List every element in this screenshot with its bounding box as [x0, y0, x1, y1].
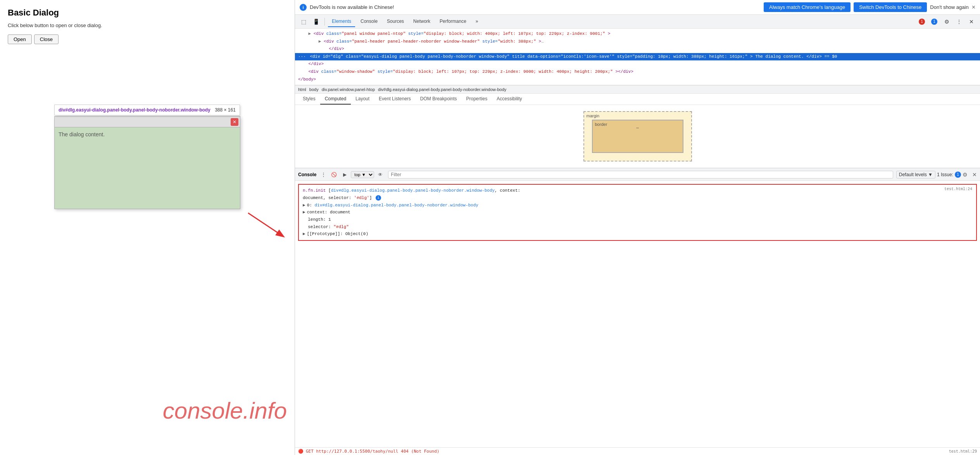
tab-dom-breakpoints[interactable]: DOM Breakpoints — [416, 94, 462, 105]
tab-elements[interactable]: Elements — [328, 16, 355, 27]
dialog-content-text: The dialog content. — [59, 131, 105, 137]
box-model-diagram: margin – border – — [583, 111, 692, 161]
console-code-block: n.fn.init [div#dlg.easyui-dialog.panel-b… — [303, 187, 972, 238]
tooltip-title: div#dlg.easyui-dialog.panel-body.panel-b… — [59, 107, 210, 113]
html-line-1: ▶ <div class="panel window panel-ntop" s… — [295, 30, 980, 38]
breadcrumb-div-panel[interactable]: div.panel.window.panel-htop — [322, 87, 375, 92]
error-count: 1 — [919, 19, 925, 25]
console-line-4: ▶context: document — [303, 209, 972, 216]
console-filter-input[interactable] — [388, 171, 893, 179]
clear-console-icon[interactable]: 🚫 — [329, 170, 338, 179]
tooltip-size: 388 × 161 — [215, 107, 236, 113]
notification-text: DevTools is now available in Chinese! — [310, 4, 761, 10]
red-arrow-annotation — [244, 209, 291, 240]
tab-styles[interactable]: Styles — [298, 94, 320, 105]
tab-network[interactable]: Network — [409, 16, 434, 27]
eye-icon[interactable]: 👁 — [376, 170, 385, 179]
dialog-header: ✕ — [55, 117, 240, 127]
console-line-5: length: 1 — [303, 216, 972, 223]
html-line-7: </body> — [295, 76, 980, 84]
message-badge[interactable]: 1 — [929, 18, 940, 26]
tab-accessibility[interactable]: Accessibility — [492, 94, 526, 105]
border-label: border — [595, 122, 607, 127]
console-line-6: selector: "#dlg" — [303, 223, 972, 231]
box-model-area: margin – border – — [295, 105, 980, 168]
breadcrumb-body[interactable]: body — [309, 87, 319, 92]
left-panel: Basic Dialog Click below button to open … — [0, 0, 295, 455]
dialog-tooltip: div#dlg.easyui-dialog.panel-body.panel-b… — [54, 105, 240, 115]
console-log-entry: test.html:24 n.fn.init [div#dlg.easyui-d… — [298, 184, 977, 241]
devtools-toolbar: ⬚ 📱 Elements Console Sources Network Per… — [295, 15, 980, 29]
switch-devtools-button[interactable]: Switch DevTools to Chinese — [854, 2, 927, 12]
tab-console[interactable]: Console — [357, 16, 381, 27]
breadcrumb-bar: html body div.panel.window.panel-htop di… — [295, 85, 980, 94]
dialog-body: The dialog content. — [55, 127, 240, 209]
tab-event-listeners[interactable]: Event Listeners — [374, 94, 416, 105]
bottom-source-link[interactable]: test.html:29 — [949, 449, 977, 453]
tab-layout[interactable]: Layout — [351, 94, 374, 105]
close-devtools-icon[interactable]: ✕ — [966, 16, 977, 27]
console-line-3: ▶0: div#dlg.easyui-dialog.panel-body.pan… — [303, 202, 972, 209]
inspect-element-icon[interactable]: ⬚ — [298, 16, 309, 27]
breadcrumb-html[interactable]: html — [298, 87, 306, 92]
dialog-box: ✕ The dialog content. — [54, 116, 240, 209]
console-title: Console — [298, 172, 316, 177]
message-count: 1 — [931, 19, 937, 25]
notification-close-icon[interactable]: × — [972, 4, 975, 11]
console-line-1: n.fn.init [div#dlg.easyui-dialog.panel-b… — [303, 187, 972, 194]
error-icon: 🔴 — [298, 449, 304, 454]
device-toolbar-icon[interactable]: 📱 — [311, 16, 321, 27]
toolbar-divider — [324, 18, 325, 26]
box-border: border – — [592, 120, 683, 153]
top-context-icon[interactable]: ▶ — [340, 170, 349, 179]
close-button[interactable]: Close — [34, 34, 59, 44]
tab-more[interactable]: » — [472, 16, 482, 27]
devtools-panel: i DevTools is now available in Chinese! … — [295, 0, 980, 455]
always-match-button[interactable]: Always match Chrome's language — [764, 2, 851, 12]
style-tabs-bar: Styles Computed Layout Event Listeners D… — [295, 94, 980, 105]
breadcrumb-div-dlg[interactable]: div#dlg.easyui-dialog.panel-body.panel-b… — [378, 87, 506, 92]
console-bottom-bar: 🔴 GET http://127.0.0.1:5500/taohy/null 4… — [295, 447, 980, 455]
border-value: – — [636, 125, 639, 130]
console-watermark: console.info — [163, 397, 287, 424]
margin-label: margin — [587, 113, 600, 118]
page-title: Basic Dialog — [8, 8, 287, 18]
more-options-icon[interactable]: ⋮ — [954, 16, 964, 27]
console-content-area: test.html:24 n.fn.init [div#dlg.easyui-d… — [295, 181, 980, 447]
html-line-2: ▶ <div class="panel-header panel-header-… — [295, 38, 980, 46]
info-badge: i — [376, 195, 381, 201]
issue-count: 1 — [955, 172, 961, 178]
bottom-error-text: GET http://127.0.0.1:5500/taohy/null 404… — [306, 449, 439, 454]
svg-line-0 — [248, 213, 283, 236]
context-selector[interactable]: top ▼ — [351, 171, 374, 178]
html-line-6: <div class="window-shadow" style="displa… — [295, 68, 980, 76]
box-margin: margin – border – — [583, 111, 692, 161]
console-source-link[interactable]: test.html:24 — [944, 187, 972, 191]
settings-icon[interactable]: ⚙ — [941, 16, 952, 27]
console-toolbar-dots: ⋮ — [321, 172, 326, 177]
console-line-7: ▶[[Prototype]]: Object(0) — [303, 230, 972, 238]
button-group: Open Close — [8, 34, 287, 44]
page-description: Click below button to open or close dial… — [8, 22, 287, 28]
console-settings-icon[interactable]: ⚙ — [963, 172, 968, 178]
dialog-close-button[interactable]: ✕ — [231, 118, 238, 126]
dont-show-again-button[interactable]: Don't show again — [930, 4, 968, 10]
tab-properties[interactable]: Properties — [462, 94, 492, 105]
console-toolbar: Console ⋮ 🚫 ▶ top ▼ 👁 Default levels ▼ 1… — [295, 168, 980, 181]
issue-badge[interactable]: 1 Issue: 1 — [937, 172, 961, 178]
info-icon: i — [300, 4, 307, 11]
default-levels-dropdown[interactable]: Default levels ▼ — [896, 171, 935, 179]
error-badge[interactable]: 1 — [916, 18, 927, 26]
issue-label: 1 Issue: — [937, 172, 953, 177]
tab-performance[interactable]: Performance — [436, 16, 470, 27]
html-source-panel: ▶ <div class="panel window panel-ntop" s… — [295, 29, 980, 85]
devtools-notification-bar: i DevTools is now available in Chinese! … — [295, 0, 980, 15]
html-line-4-selected[interactable]: ··· <div id="dlg" class="easyui-dialog p… — [295, 53, 980, 61]
console-close-icon[interactable]: ✕ — [972, 172, 977, 178]
open-button[interactable]: Open — [8, 34, 32, 44]
html-line-5: </div> — [295, 60, 980, 68]
tab-computed[interactable]: Computed — [320, 94, 351, 105]
tab-sources[interactable]: Sources — [383, 16, 408, 27]
console-line-2: document, selector: '#dlg'] i — [303, 194, 972, 202]
html-line-3: </div> — [295, 45, 980, 53]
